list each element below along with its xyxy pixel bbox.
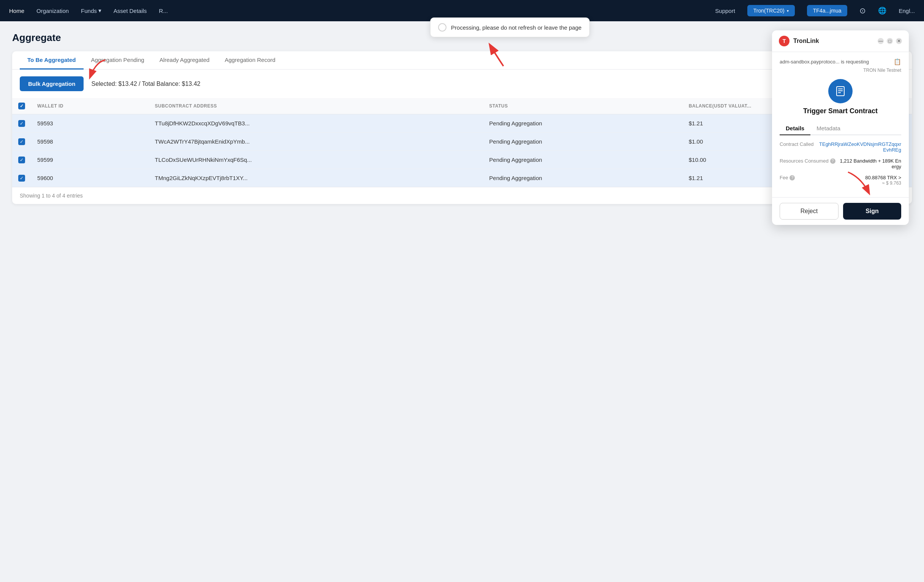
row-checkbox[interactable]: ✓ xyxy=(18,157,25,163)
user-icon[interactable]: ⊙ xyxy=(860,6,866,15)
tronlink-actions: Reject Sign xyxy=(772,197,909,214)
address-cell: TMng2GiLZkNqKXzpEVTj8rbT1XY... xyxy=(149,169,483,187)
nav-lang[interactable]: Engl... xyxy=(899,6,915,16)
address-cell: TLCoDxSUeWUrRHNkiNmYxqF6Sq... xyxy=(149,151,483,169)
chevron-down-icon: ▾ xyxy=(787,9,789,13)
chevron-down-icon: ▾ xyxy=(98,7,101,14)
resources-row: Resources Consumed ? 1,212 Bandwidth + 1… xyxy=(780,158,901,170)
status-cell: Pending Aggregation xyxy=(483,133,683,151)
nav-r[interactable]: R... xyxy=(159,6,168,16)
close-button[interactable]: ✕ xyxy=(896,38,902,44)
col-subcontract-address: SUBCONTRACT ADDRESS xyxy=(149,98,483,114)
address-cell: TTu8jDfHKW2DxxcqXDgV69vqTB3... xyxy=(149,114,483,133)
status-cell: Pending Aggregation xyxy=(483,169,683,187)
processing-tooltip: Processing, please do not refresh or lea… xyxy=(430,18,590,37)
tronlink-small-icon: 📋 xyxy=(894,58,901,65)
tronlink-body: adm-sandbox.payprotoco... is requesting … xyxy=(772,52,909,197)
select-all-checkbox[interactable]: ✓ xyxy=(18,102,25,109)
globe-icon[interactable]: 🌐 xyxy=(878,7,886,15)
tab-to-be-aggregated[interactable]: To Be Aggregated xyxy=(20,51,84,69)
sign-button[interactable]: Sign xyxy=(843,203,901,214)
tronlink-panel: T TronLink — □ ✕ adm-sandbox.payprotoco.… xyxy=(772,30,909,214)
contract-icon-wrap xyxy=(780,79,901,103)
request-domain-text: adm-sandbox.payprotoco... is requesting xyxy=(780,59,869,64)
nav-home[interactable]: Home xyxy=(9,6,24,16)
wallet-id-cell: 59599 xyxy=(31,151,149,169)
nav-asset-details[interactable]: Asset Details xyxy=(114,6,147,16)
status-cell: Pending Aggregation xyxy=(483,114,683,133)
address-cell: TWcA2WTrY47BjtqamkEnidXpYmb... xyxy=(149,133,483,151)
wallet-id-cell: 59600 xyxy=(31,169,149,187)
nav-organization[interactable]: Organization xyxy=(36,6,69,16)
tronlink-header: T TronLink — □ ✕ xyxy=(772,30,909,52)
row-checkbox[interactable]: ✓ xyxy=(18,138,25,145)
fee-value: 80.88768 TRX > ≈ $ 9.763 xyxy=(865,175,901,186)
contract-title: Trigger Smart Contract xyxy=(780,107,901,115)
fee-label: Fee ? xyxy=(780,175,795,180)
contract-called-row: Contract Called TEghRRjraWZeoKVDNsjmRGTZ… xyxy=(780,141,901,153)
fee-row: Fee ? 80.88768 TRX > ≈ $ 9.763 xyxy=(780,175,901,186)
processing-text: Processing, please do not refresh or lea… xyxy=(451,23,582,31)
resources-value: 1,212 Bandwidth + 189K Energy xyxy=(838,158,901,170)
status-cell: Pending Aggregation xyxy=(483,151,683,169)
reject-button[interactable]: Reject xyxy=(780,203,838,214)
network-label: TRON Nile Testnet xyxy=(780,68,901,73)
tab-aggregation-record[interactable]: Aggregation Record xyxy=(217,51,283,69)
resources-help-icon[interactable]: ? xyxy=(830,158,835,164)
fee-help-icon[interactable]: ? xyxy=(789,175,795,180)
maximize-button[interactable]: □ xyxy=(887,38,893,44)
contract-called-label: Contract Called xyxy=(780,141,814,147)
col-status: STATUS xyxy=(483,98,683,114)
request-row: adm-sandbox.payprotoco... is requesting … xyxy=(780,58,901,65)
resources-consumed-label: Resources Consumed ? xyxy=(780,158,835,164)
tab-aggregation-pending[interactable]: Aggregation Pending xyxy=(84,51,152,69)
network-button[interactable]: Tron(TRC20) ▾ xyxy=(747,5,795,16)
tab-already-aggregated[interactable]: Already Aggregated xyxy=(152,51,217,69)
col-wallet-id: WALLET ID xyxy=(31,98,149,114)
tronlink-title: TronLink xyxy=(793,38,874,45)
address-button[interactable]: TF4a...jmua xyxy=(807,5,848,16)
contract-called-value: TEghRRjraWZeoKVDNsjmRGTZqqxrEvhREg xyxy=(817,141,901,153)
contract-icon xyxy=(828,79,853,103)
nav-funds[interactable]: Funds ▾ xyxy=(81,6,101,16)
fee-main-text: 80.88768 TRX > xyxy=(865,175,901,180)
minimize-button[interactable]: — xyxy=(878,38,884,44)
tronlink-controls: — □ ✕ xyxy=(878,38,902,44)
nav-support[interactable]: Support xyxy=(715,6,735,16)
fee-sub-text: ≈ $ 9.763 xyxy=(865,180,901,186)
tronlink-tabs: Details Metadata xyxy=(780,122,901,135)
spinner-icon xyxy=(438,23,446,31)
row-checkbox[interactable]: ✓ xyxy=(18,175,25,181)
selected-info-text: Selected: $13.42 / Total Balance: $13.42 xyxy=(91,81,200,87)
tronlink-tab-metadata[interactable]: Metadata xyxy=(810,122,846,135)
row-checkbox[interactable]: ✓ xyxy=(18,120,25,127)
bulk-aggregation-button[interactable]: Bulk Aggregation xyxy=(20,76,84,91)
wallet-id-cell: 59593 xyxy=(31,114,149,133)
tronlink-tab-details[interactable]: Details xyxy=(780,122,810,135)
wallet-id-cell: 59598 xyxy=(31,133,149,151)
tronlink-logo: T xyxy=(779,36,789,46)
